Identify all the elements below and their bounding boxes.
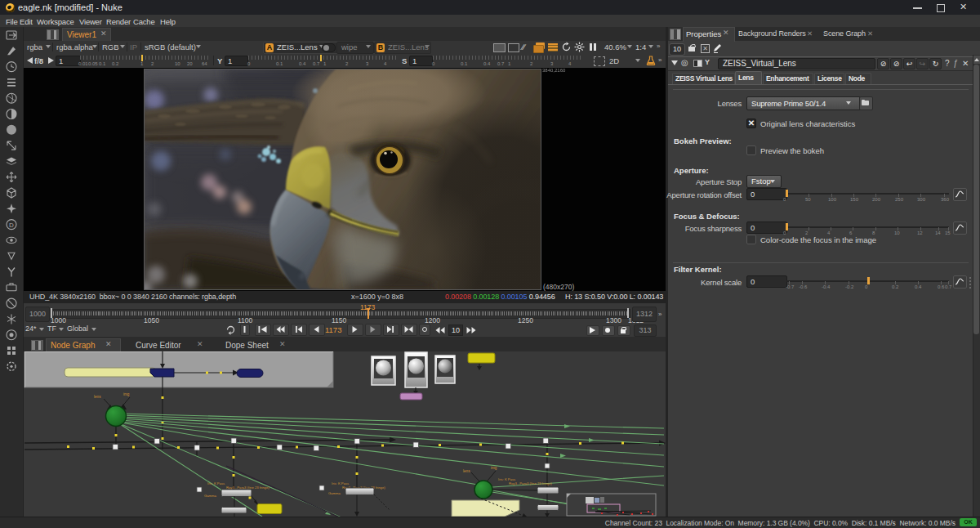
svg-text:img: img: [491, 466, 497, 470]
svg-text:lens: lens: [463, 469, 470, 473]
svg-text:Gamma: Gamma: [328, 491, 341, 495]
svg-text:Iris: K Pass: Iris: K Pass: [207, 481, 225, 485]
svg-text:Ray3...Para3 (fine 23 fringe): Ray3...Para3 (fine 23 fringe): [509, 481, 552, 485]
svg-text:Ray3...Para3 (fine 23 fringe): Ray3...Para3 (fine 23 fringe): [226, 485, 270, 490]
svg-text:img: img: [123, 392, 130, 396]
svg-text:lens: lens: [94, 395, 101, 399]
svg-text:D: D: [9, 221, 14, 229]
svg-text:Gamma: Gamma: [204, 494, 217, 498]
